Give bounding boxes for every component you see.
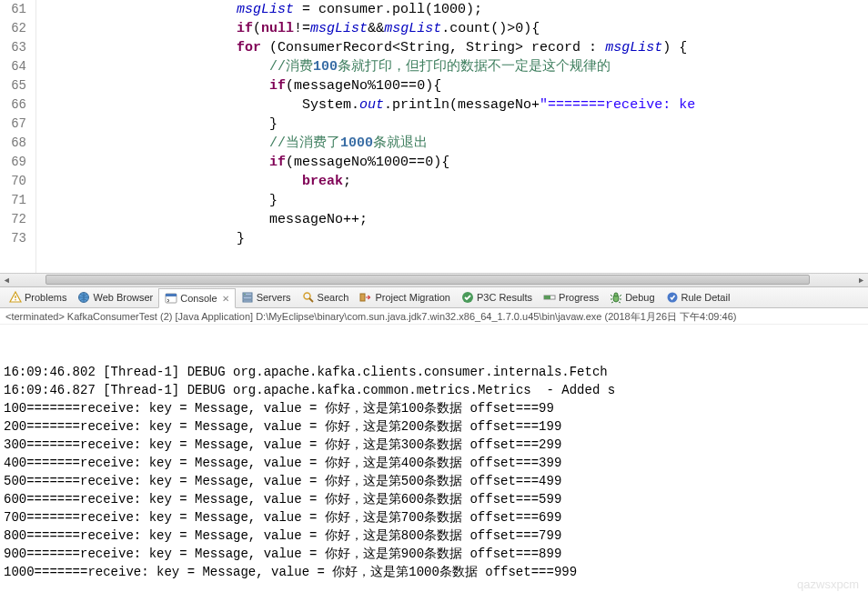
console-line: 300=======receive: key = Message, value …: [4, 436, 864, 454]
code-line[interactable]: //消费100条就打印，但打印的数据不一定是这个规律的: [40, 57, 695, 76]
tab-label: Servers: [257, 292, 291, 303]
tab-p3c[interactable]: P3C Results: [456, 287, 538, 307]
scroll-right-arrow[interactable]: ►: [854, 274, 868, 286]
progress-icon: [543, 291, 556, 304]
tab-webbrowser[interactable]: Web Browser: [72, 287, 158, 307]
line-number: 68: [0, 134, 26, 153]
console-line: 500=======receive: key = Message, value …: [4, 472, 864, 490]
console-output[interactable]: 16:09:46.802 [Thread-1] DEBUG org.apache…: [0, 325, 868, 597]
console-line: 16:09:46.802 [Thread-1] DEBUG org.apache…: [4, 363, 864, 381]
migrate-icon: [359, 291, 372, 304]
servers-icon: [241, 291, 254, 304]
line-number: 66: [0, 95, 26, 115]
line-number: 67: [0, 115, 26, 134]
horizontal-scrollbar[interactable]: ◄ ►: [0, 273, 868, 286]
code-line[interactable]: }: [40, 115, 695, 134]
line-number: 61: [0, 0, 26, 19]
tab-projmig[interactable]: Project Migration: [354, 287, 456, 307]
tab-console[interactable]: Console✕: [158, 288, 235, 308]
tab-label: P3C Results: [477, 292, 532, 303]
code-line[interactable]: for (ConsumerRecord<String, String> reco…: [40, 38, 695, 57]
problems-icon: [9, 291, 22, 304]
console-line: 1000=======receive: key = Message, value…: [4, 563, 864, 581]
svg-point-15: [614, 293, 618, 296]
tab-label: Project Migration: [375, 292, 450, 303]
code-line[interactable]: }: [40, 229, 695, 248]
code-line[interactable]: msgList = consumer.poll(1000);: [40, 0, 695, 19]
line-number: 65: [0, 76, 26, 95]
close-icon[interactable]: ✕: [220, 294, 229, 304]
line-number: 70: [0, 172, 26, 191]
code-area[interactable]: 61626364656667686970717273 msgList = con…: [0, 0, 868, 273]
svg-point-8: [244, 294, 245, 295]
line-number: 71: [0, 191, 26, 210]
console-line: 700=======receive: key = Message, value …: [4, 508, 864, 527]
line-number: 73: [0, 229, 26, 248]
tab-label: Search: [318, 292, 349, 303]
console-line: 400=======receive: key = Message, value …: [4, 454, 864, 472]
code-line[interactable]: //当消费了1000条就退出: [40, 134, 695, 153]
tab-label: Console: [180, 293, 217, 304]
console-line: 600=======receive: key = Message, value …: [4, 490, 864, 508]
svg-point-16: [667, 293, 677, 303]
scroll-thumb[interactable]: [45, 275, 810, 285]
code-line[interactable]: if(null!=msgList&&msgList.count()>0){: [40, 19, 695, 38]
p3c-icon: [461, 291, 474, 304]
scroll-left-arrow[interactable]: ◄: [0, 274, 14, 286]
tab-servers[interactable]: Servers: [236, 287, 297, 307]
console-status-line: <terminated> KafkaConsumerTest (2) [Java…: [0, 308, 868, 325]
code-content[interactable]: msgList = consumer.poll(1000); if(null!=…: [36, 0, 695, 273]
tab-progress[interactable]: Progress: [538, 287, 604, 307]
code-line[interactable]: if(messageNo%1000==0){: [40, 153, 695, 172]
line-number: 62: [0, 19, 26, 38]
console-line: 800=======receive: key = Message, value …: [4, 527, 864, 545]
console-line: 900=======receive: key = Message, value …: [4, 545, 864, 563]
svg-rect-1: [15, 299, 15, 300]
tab-ruledetail[interactable]: Rule Detail: [661, 287, 736, 307]
svg-rect-10: [360, 294, 365, 301]
console-line: 200=======receive: key = Message, value …: [4, 417, 864, 436]
line-number: 69: [0, 153, 26, 172]
console-line: 16:09:46.827 [Thread-1] DEBUG org.apache…: [4, 381, 864, 399]
svg-rect-4: [166, 294, 177, 296]
svg-rect-7: [243, 300, 252, 302]
tab-label: Progress: [559, 292, 599, 303]
editor-pane: 61626364656667686970717273 msgList = con…: [0, 0, 868, 286]
tab-label: Problems: [25, 292, 66, 303]
line-gutter: 61626364656667686970717273: [0, 0, 36, 273]
tab-debug[interactable]: Debug: [604, 287, 660, 307]
tab-label: Web Browser: [93, 292, 153, 303]
tab-problems[interactable]: Problems: [4, 287, 72, 307]
console-icon: [165, 292, 177, 305]
console-line: 100=======receive: key = Message, value …: [4, 399, 864, 417]
tab-label: Debug: [625, 292, 654, 303]
svg-rect-0: [15, 296, 15, 298]
views-tab-bar: ProblemsWeb BrowserConsole✕ServersSearch…: [0, 286, 868, 308]
code-line[interactable]: System.out.println(messageNo+"=======rec…: [40, 95, 695, 115]
rule-icon: [666, 291, 679, 304]
code-line[interactable]: messageNo++;: [40, 210, 695, 229]
svg-point-9: [304, 293, 310, 299]
debug-icon: [610, 291, 622, 304]
code-line[interactable]: if(messageNo%100==0){: [40, 76, 695, 95]
svg-rect-13: [544, 296, 550, 299]
line-number: 72: [0, 210, 26, 229]
line-number: 63: [0, 38, 26, 57]
tab-search[interactable]: Search: [297, 287, 355, 307]
code-line[interactable]: break;: [40, 172, 695, 191]
globe-icon: [77, 291, 90, 304]
svg-rect-6: [243, 296, 252, 299]
search-icon: [302, 291, 315, 304]
line-number: 64: [0, 57, 26, 76]
tab-label: Rule Detail: [681, 292, 731, 303]
code-line[interactable]: }: [40, 191, 695, 210]
